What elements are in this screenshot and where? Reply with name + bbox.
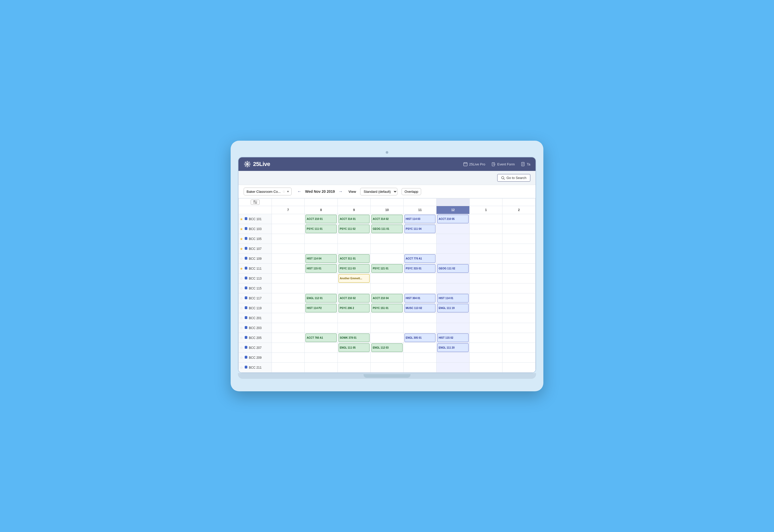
time-cell-BCC 113-8[interactable] [305, 274, 338, 283]
time-cell-BCC 209-9[interactable] [337, 353, 371, 363]
time-cell-BCC 103-1[interactable] [469, 224, 502, 234]
room-favorite-star[interactable]: ☆ [240, 306, 243, 310]
time-cell-BCC 109-1[interactable] [469, 254, 502, 264]
go-search-button[interactable]: Go to Search [497, 174, 530, 182]
time-cell-BCC 203-10[interactable] [371, 323, 404, 333]
event-block[interactable]: ACCT 210 04 [371, 294, 403, 302]
time-cell-BCC 111-7[interactable] [272, 264, 305, 274]
time-cell-BCC 201-12[interactable] [437, 313, 470, 323]
time-cell-BCC 113-1[interactable] [469, 274, 502, 283]
event-block[interactable]: HIST 114 03 [404, 215, 436, 223]
time-cell-BCC 119-2[interactable] [502, 303, 536, 313]
time-cell-BCC 103-8[interactable]: PSYC 111 01 [305, 224, 338, 234]
time-cell-BCC 205-11[interactable]: ENGL 305 01 [403, 333, 437, 343]
overlap-button[interactable]: Overlapp [402, 188, 421, 195]
time-cell-BCC 109-2[interactable] [502, 254, 536, 264]
time-cell-BCC 119-12[interactable]: ENGL 111 19 [437, 303, 470, 313]
room-favorite-star[interactable]: ☆ [240, 326, 243, 330]
time-cell-BCC 111-2[interactable] [502, 264, 536, 274]
time-cell-BCC 105-8[interactable] [305, 234, 338, 244]
time-cell-BCC 107-2[interactable] [502, 244, 536, 254]
time-cell-BCC 101-7[interactable] [272, 214, 305, 224]
time-cell-BCC 115-7[interactable] [272, 283, 305, 293]
event-block[interactable]: MUSC 113 02 [404, 304, 436, 312]
time-cell-BCC 209-12[interactable] [437, 353, 470, 363]
time-cell-BCC 119-8[interactable]: HIST 114 P2 [305, 303, 338, 313]
time-cell-BCC 209-8[interactable] [305, 353, 338, 363]
view-select[interactable]: Standard (default) Compact [360, 188, 397, 195]
time-cell-BCC 207-8[interactable] [305, 343, 338, 353]
event-block[interactable]: PSYC 111 02 [339, 225, 370, 233]
time-cell-BCC 117-1[interactable] [469, 293, 502, 303]
time-cell-BCC 107-1[interactable] [469, 244, 502, 254]
time-cell-BCC 207-11[interactable] [403, 343, 437, 353]
time-cell-BCC 107-11[interactable] [403, 244, 437, 254]
time-cell-BCC 105-1[interactable] [469, 234, 502, 244]
time-cell-BCC 205-8[interactable]: ACCT 760 A1 [305, 333, 338, 343]
event-block[interactable]: ENGL 305 01 [404, 333, 436, 342]
time-cell-BCC 113-12[interactable] [437, 274, 470, 283]
time-cell-BCC 209-2[interactable] [502, 353, 536, 363]
time-cell-BCC 115-10[interactable] [371, 283, 404, 293]
time-cell-BCC 109-9[interactable]: ACCT 311 01 [337, 254, 371, 264]
time-cell-BCC 211-8[interactable] [305, 363, 338, 373]
time-cell-BCC 113-2[interactable] [502, 274, 536, 283]
time-cell-BCC 101-9[interactable]: ACCT 314 01 [337, 214, 371, 224]
time-cell-BCC 109-11[interactable]: ACCT 770 A1 [403, 254, 437, 264]
time-cell-BCC 103-9[interactable]: PSYC 111 02 [337, 224, 371, 234]
nav-25live-pro[interactable]: 25Live Pro [463, 162, 485, 166]
event-block[interactable]: ACCT 314 01 [339, 215, 370, 223]
time-cell-BCC 101-1[interactable] [469, 214, 502, 224]
room-favorite-star[interactable]: ★ [240, 237, 243, 241]
event-block[interactable]: PSYC 315 01 [404, 264, 436, 273]
time-cell-BCC 115-8[interactable] [305, 283, 338, 293]
event-block[interactable]: ACCT 314 02 [371, 215, 403, 223]
room-favorite-star[interactable]: ☆ [240, 366, 243, 370]
time-cell-BCC 211-10[interactable] [371, 363, 404, 373]
time-cell-BCC 211-12[interactable] [437, 363, 470, 373]
time-cell-BCC 113-7[interactable] [272, 274, 305, 283]
time-cell-BCC 119-1[interactable] [469, 303, 502, 313]
event-block[interactable]: PSYC 111 04 [404, 225, 436, 233]
time-cell-BCC 119-10[interactable]: PSYC 151 01 [371, 303, 404, 313]
time-cell-BCC 207-12[interactable]: ENGL 111 20 [437, 343, 470, 353]
time-cell-BCC 119-9[interactable]: PSYC 206 2 [337, 303, 371, 313]
room-favorite-star[interactable]: ★ [240, 217, 243, 221]
event-block[interactable]: ACCT 311 01 [339, 254, 370, 263]
event-block[interactable]: HIST 304 01 [404, 294, 436, 302]
time-cell-BCC 201-9[interactable] [337, 313, 371, 323]
time-cell-BCC 209-10[interactable] [371, 353, 404, 363]
time-cell-BCC 201-11[interactable] [403, 313, 437, 323]
event-block[interactable]: ENGL 111 19 [437, 304, 469, 312]
time-cell-BCC 203-1[interactable] [469, 323, 502, 333]
time-cell-BCC 209-1[interactable] [469, 353, 502, 363]
nav-event-form[interactable]: Event Form [492, 162, 515, 166]
time-cell-BCC 111-1[interactable] [469, 264, 502, 274]
time-cell-BCC 117-10[interactable]: ACCT 210 04 [371, 293, 404, 303]
time-cell-BCC 107-7[interactable] [272, 244, 305, 254]
time-cell-BCC 119-11[interactable]: MUSC 113 02 [403, 303, 437, 313]
time-cell-BCC 103-10[interactable]: GEOG 111 01 [371, 224, 404, 234]
time-cell-BCC 109-7[interactable] [272, 254, 305, 264]
event-block[interactable]: HIST 114 P2 [305, 304, 337, 312]
time-cell-BCC 119-7[interactable] [272, 303, 305, 313]
time-cell-BCC 203-8[interactable] [305, 323, 338, 333]
time-cell-BCC 101-8[interactable]: ACCT 210 01 [305, 214, 338, 224]
time-cell-BCC 211-11[interactable] [403, 363, 437, 373]
time-cell-BCC 205-9[interactable]: SOWK 378 01 [337, 333, 371, 343]
room-favorite-star[interactable]: ☆ [240, 336, 243, 340]
time-cell-BCC 201-2[interactable] [502, 313, 536, 323]
calendar-container[interactable]: 7 8 9 10 11 12 1 2 ★ BCC 101ACCT 210 01A… [238, 198, 536, 373]
event-block[interactable]: ENGL 111 05 [339, 343, 370, 352]
time-cell-BCC 115-11[interactable] [403, 283, 437, 293]
time-cell-BCC 105-9[interactable] [337, 234, 371, 244]
event-block[interactable]: Another Emmett... [339, 274, 370, 283]
time-cell-BCC 205-1[interactable] [469, 333, 502, 343]
next-date-button[interactable]: → [337, 189, 344, 194]
time-cell-BCC 117-12[interactable]: HIST 114 01 [437, 293, 470, 303]
time-cell-BCC 113-10[interactable] [371, 274, 404, 283]
room-favorite-star[interactable]: ☆ [240, 257, 243, 261]
time-cell-BCC 105-7[interactable] [272, 234, 305, 244]
event-block[interactable]: ACCT 210 01 [305, 215, 337, 223]
time-cell-BCC 203-7[interactable] [272, 323, 305, 333]
